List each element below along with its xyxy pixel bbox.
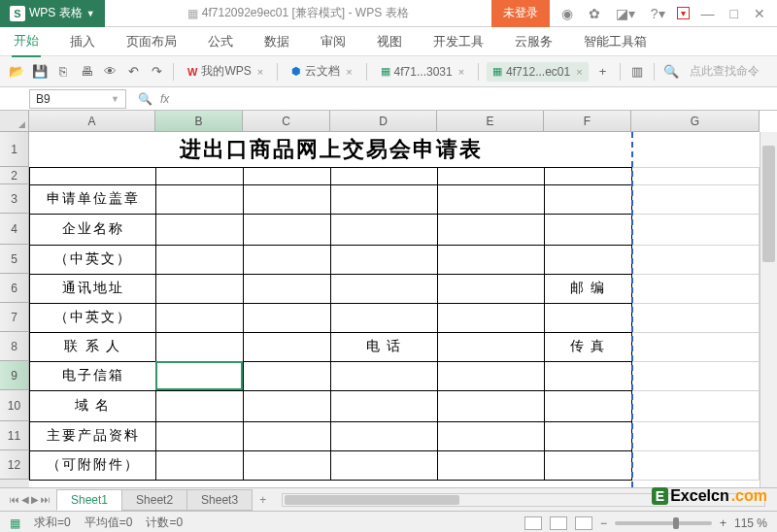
cell-a12[interactable]: （可附附件） — [30, 450, 156, 480]
preview-icon[interactable]: 👁 — [101, 63, 118, 81]
cell-a3[interactable]: 申请单位盖章 — [30, 184, 156, 214]
row-header-7[interactable]: 7 — [0, 303, 29, 332]
cell-a8[interactable]: 联 系 人 — [30, 332, 156, 361]
row-header-6[interactable]: 6 — [0, 274, 29, 303]
undo-icon[interactable]: ↶ — [124, 63, 142, 81]
settings-icon[interactable]: ✿ — [585, 6, 604, 21]
menu-insert[interactable]: 插入 — [68, 27, 97, 56]
doctab-cloud[interactable]: ⬢云文档× — [286, 60, 357, 83]
menu-data[interactable]: 数据 — [262, 27, 291, 56]
col-header-b[interactable]: B — [155, 111, 243, 132]
row-header-8[interactable]: 8 — [0, 332, 29, 361]
cell-a9[interactable]: 电子信箱 — [30, 361, 156, 390]
close-button[interactable]: ✕ — [750, 6, 769, 21]
horizontal-scrollbar[interactable] — [282, 493, 765, 507]
zoom-in-button[interactable]: + — [720, 516, 726, 530]
sheet-tab-3[interactable]: Sheet3 — [186, 489, 253, 511]
row-header-12[interactable]: 12 — [0, 450, 29, 480]
search-input[interactable]: 点此查找命令 — [690, 63, 760, 80]
select-all-corner[interactable]: ◢ — [0, 111, 29, 132]
row-header-10[interactable]: 10 — [0, 390, 29, 421]
col-header-c[interactable]: C — [243, 111, 330, 132]
menu-layout[interactable]: 页面布局 — [124, 27, 179, 56]
row-header-4[interactable]: 4 — [0, 214, 29, 245]
name-box[interactable]: B9▼ — [29, 89, 126, 109]
skin-icon[interactable]: ◪▾ — [612, 6, 639, 21]
close-icon[interactable]: × — [346, 66, 352, 78]
maximize-button[interactable]: □ — [726, 6, 742, 21]
col-header-f[interactable]: F — [544, 111, 631, 132]
close-icon[interactable]: × — [458, 66, 464, 78]
app-menu-icon[interactable]: ▦ — [10, 516, 20, 530]
view-page-button[interactable] — [550, 516, 567, 530]
sheet-tab-2[interactable]: Sheet2 — [121, 489, 187, 511]
view-reading-button[interactable] — [575, 516, 592, 530]
menu-review[interactable]: 审阅 — [319, 27, 348, 56]
vertical-scrollbar[interactable] — [760, 132, 777, 487]
ad-icon[interactable]: ▾ — [677, 7, 690, 19]
col-header-d[interactable]: D — [330, 111, 437, 132]
view-normal-button[interactable] — [524, 516, 542, 530]
cell-a5[interactable]: （中英文） — [30, 245, 156, 274]
cell-a4[interactable]: 企业名称 — [30, 214, 156, 245]
zoom-slider[interactable] — [615, 521, 712, 525]
doctab-mywps[interactable]: W我的WPS× — [182, 60, 269, 83]
save-icon[interactable]: 💾 — [31, 63, 49, 81]
sync-icon[interactable]: ◉ — [557, 6, 577, 21]
nav-first-icon[interactable]: ⏮ — [10, 494, 19, 505]
redo-icon[interactable]: ↷ — [148, 63, 165, 81]
menu-formula[interactable]: 公式 — [206, 27, 235, 56]
col-header-e[interactable]: E — [437, 111, 544, 132]
cell-a11[interactable]: 主要产品资料 — [30, 421, 156, 450]
cell-grid[interactable]: 进出口商品网上交易会申请表 申请单位盖章 企业名称 （中英文） 通讯地址邮 编 … — [29, 132, 760, 487]
row-header-11[interactable]: 11 — [0, 421, 29, 450]
doctab-1[interactable]: ▦4f71...3031× — [375, 62, 471, 82]
menu-tools[interactable]: 智能工具箱 — [582, 27, 649, 56]
sheet-tab-1[interactable]: Sheet1 — [56, 489, 122, 511]
scroll-thumb[interactable] — [285, 495, 459, 505]
menu-view[interactable]: 视图 — [375, 27, 404, 56]
row-header-3[interactable]: 3 — [0, 184, 29, 214]
zoom-level[interactable]: 115 % — [734, 516, 767, 530]
zoom-icon[interactable]: 🔍 — [138, 92, 152, 106]
nav-next-icon[interactable]: ▶ — [31, 494, 39, 505]
menu-dev[interactable]: 开发工具 — [431, 27, 486, 56]
row-header-2[interactable]: 2 — [0, 167, 29, 184]
row-header-5[interactable]: 5 — [0, 245, 29, 274]
export-icon[interactable]: ⎘ — [54, 63, 72, 81]
cell-a10[interactable]: 域 名 — [30, 390, 156, 421]
doctab-2[interactable]: ▦4f712...ec01× — [487, 62, 589, 82]
zoom-handle[interactable] — [673, 517, 679, 529]
nav-prev-icon[interactable]: ◀ — [21, 494, 29, 505]
login-button[interactable]: 未登录 — [491, 0, 550, 27]
sheet-icon: ▦ — [381, 65, 390, 78]
add-tab-icon[interactable]: + — [594, 63, 612, 81]
dropdown-icon[interactable]: ▼ — [86, 9, 95, 18]
open-icon[interactable]: 📂 — [8, 63, 25, 81]
app-badge[interactable]: S WPS 表格 ▼ — [0, 0, 105, 27]
cell-d8[interactable]: 电 话 — [331, 332, 438, 361]
cell-a6[interactable]: 通讯地址 — [30, 274, 156, 303]
row-header-1[interactable]: 1 — [0, 132, 29, 167]
cell-a7[interactable]: （中英文） — [30, 303, 156, 332]
row-header-9[interactable]: 9 — [0, 361, 29, 390]
nav-last-icon[interactable]: ⏭ — [41, 494, 51, 505]
menu-cloud[interactable]: 云服务 — [513, 27, 555, 56]
col-header-a[interactable]: A — [29, 111, 155, 132]
zoom-out-button[interactable]: − — [600, 516, 607, 530]
print-icon[interactable]: 🖶 — [78, 63, 95, 81]
cell-f8[interactable]: 传 真 — [545, 332, 632, 361]
close-icon[interactable]: × — [257, 66, 263, 78]
cell-f6[interactable]: 邮 编 — [545, 274, 632, 303]
close-icon[interactable]: × — [576, 66, 582, 78]
fx-button[interactable]: fx — [160, 92, 169, 106]
help-icon[interactable]: ?▾ — [647, 6, 669, 21]
tab-menu-icon[interactable]: ▥ — [628, 63, 646, 81]
add-sheet-button[interactable]: + — [252, 493, 274, 507]
col-header-g[interactable]: G — [631, 111, 760, 132]
menu-start[interactable]: 开始 — [12, 26, 41, 57]
scroll-thumb[interactable] — [762, 146, 775, 262]
search-icon[interactable]: 🔍 — [662, 63, 680, 81]
form-title[interactable]: 进出口商品网上交易会申请表 — [30, 132, 632, 167]
minimize-button[interactable]: — — [697, 6, 719, 21]
